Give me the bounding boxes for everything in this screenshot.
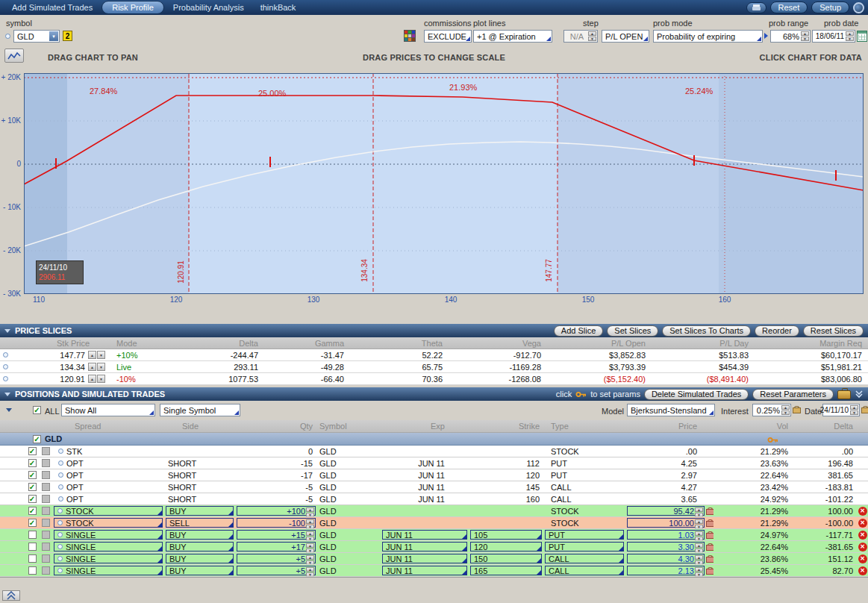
type-select[interactable]: CALL: [545, 566, 624, 575]
stepper-arrows-icon[interactable]: [695, 567, 703, 574]
stepper-arrows-icon[interactable]: [846, 31, 854, 41]
qty-stepper[interactable]: +15: [237, 530, 316, 540]
price-stepper[interactable]: 100.00: [627, 518, 705, 528]
tab-add-simulated-trades[interactable]: Add Simulated Trades: [4, 1, 100, 14]
side-select[interactable]: BUY: [166, 506, 234, 516]
slice-mode[interactable]: Live: [107, 361, 141, 372]
price-lock-icon[interactable]: [706, 507, 713, 515]
price-lock-icon[interactable]: [706, 543, 713, 551]
stepper-arrows-icon[interactable]: [695, 519, 703, 526]
side-select[interactable]: SELL: [166, 518, 234, 528]
tab-probability-analysis[interactable]: Probability Analysis: [166, 1, 252, 14]
stepper-arrows-icon[interactable]: [695, 555, 703, 562]
model-date-stepper[interactable]: 24/11/10: [822, 404, 860, 416]
row-checkbox[interactable]: [28, 566, 37, 575]
symbol-filter-select[interactable]: Single Symbol: [160, 404, 240, 416]
date-lock-icon[interactable]: [861, 406, 868, 413]
remove-trade-icon[interactable]: [858, 554, 867, 563]
row-checkbox[interactable]: [28, 531, 37, 539]
qty-stepper[interactable]: +17: [237, 542, 316, 552]
symbol-group-row[interactable]: GLD: [0, 433, 868, 446]
briefcase-icon[interactable]: [837, 390, 851, 399]
chart-style-button[interactable]: [4, 49, 24, 63]
qty-stepper[interactable]: -100: [237, 518, 316, 528]
symbol-input[interactable]: GLD: [13, 30, 60, 43]
stepper-arrows-icon[interactable]: [695, 543, 703, 550]
risk-profile-graph[interactable]: [24, 73, 864, 294]
stepper-arrows-icon[interactable]: [781, 405, 790, 415]
exp-select[interactable]: JUN 11: [382, 554, 467, 563]
set-slices-to-charts-button[interactable]: Set Slices To Charts: [662, 325, 751, 337]
group-set-params-icon[interactable]: [767, 436, 778, 445]
price-stepper[interactable]: 1.03: [627, 530, 705, 540]
model-select[interactable]: Bjerksund-Stensland: [627, 404, 715, 416]
reset-button[interactable]: Reset: [770, 1, 808, 13]
row-flag-box[interactable]: [42, 447, 50, 455]
row-checkbox[interactable]: [28, 495, 37, 503]
qty-stepper[interactable]: +5: [237, 566, 316, 575]
stepper-arrows-icon[interactable]: [306, 555, 314, 562]
collapse-all-icon[interactable]: [855, 390, 864, 399]
row-checkbox[interactable]: [28, 507, 37, 515]
row-flag-box[interactable]: [42, 459, 50, 467]
interest-lock-icon[interactable]: [793, 406, 799, 413]
stepper-arrows-icon[interactable]: [850, 405, 858, 415]
prob-date-stepper[interactable]: 18/06/11: [812, 30, 855, 43]
remove-trade-icon[interactable]: [858, 566, 867, 575]
row-checkbox[interactable]: [28, 459, 37, 467]
add-slice-button[interactable]: Add Slice: [554, 325, 603, 337]
type-select[interactable]: PUT: [545, 542, 624, 552]
strike-select[interactable]: 165: [470, 566, 542, 575]
row-flag-box[interactable]: [42, 531, 50, 539]
row-flag-box[interactable]: [42, 483, 50, 491]
collapse-triangle-icon[interactable]: [4, 329, 10, 333]
side-select[interactable]: BUY: [166, 566, 234, 575]
stepper-arrows-icon[interactable]: [306, 543, 314, 550]
reset-parameters-button[interactable]: Reset Parameters: [752, 389, 834, 400]
strike-select[interactable]: 120: [470, 542, 542, 552]
price-lock-icon[interactable]: [706, 531, 713, 539]
group-checkbox[interactable]: [33, 435, 41, 443]
stepper-arrows-icon[interactable]: [588, 31, 596, 41]
row-checkbox[interactable]: [28, 447, 37, 455]
row-checkbox[interactable]: [28, 519, 37, 527]
price-stepper[interactable]: 4.30: [627, 554, 705, 563]
slice-price-stepper[interactable]: [88, 363, 105, 371]
slice-mode[interactable]: -10%: [107, 373, 141, 384]
interest-stepper[interactable]: 0.25%: [752, 404, 791, 416]
remove-trade-icon[interactable]: [858, 543, 867, 552]
expand-panel-button[interactable]: [2, 590, 20, 601]
price-stepper[interactable]: 95.42: [627, 506, 705, 516]
step-mode-select[interactable]: P/L OPEN: [602, 30, 649, 43]
price-lock-icon[interactable]: [706, 519, 713, 527]
spread-select[interactable]: SINGLE: [54, 530, 163, 540]
risk-profile-chart[interactable]: + 20K + 10K 0 - 10K - 20K - 30K 110 120 …: [0, 66, 868, 324]
symbol-dropdown-button[interactable]: [49, 31, 58, 41]
strike-select[interactable]: 150: [470, 554, 542, 563]
exp-select[interactable]: JUN 11: [382, 530, 467, 540]
slice-radio-icon[interactable]: [3, 352, 8, 357]
expand-arrow-icon[interactable]: [764, 33, 768, 39]
slice-price-field[interactable]: 147.77: [10, 349, 107, 360]
prob-range-stepper[interactable]: 68%: [770, 30, 811, 43]
row-flag-box[interactable]: [42, 554, 50, 563]
reorder-button[interactable]: Reorder: [755, 325, 799, 337]
slice-price-field[interactable]: 120.91: [10, 373, 107, 384]
row-flag-box[interactable]: [42, 471, 50, 479]
spread-select[interactable]: SINGLE: [54, 542, 163, 552]
show-filter-select[interactable]: Show All: [61, 404, 155, 416]
remove-trade-icon[interactable]: [858, 519, 867, 528]
print-button[interactable]: [746, 2, 766, 13]
spread-select[interactable]: SINGLE: [54, 554, 163, 563]
price-lock-icon[interactable]: [706, 567, 713, 575]
collapse-triangle-icon[interactable]: [4, 393, 10, 396]
globe-icon[interactable]: [853, 2, 864, 13]
slice-radio-icon[interactable]: [3, 364, 8, 369]
stepper-arrows-icon[interactable]: [306, 519, 314, 526]
qty-stepper[interactable]: +5: [237, 554, 316, 563]
qty-stepper[interactable]: +100: [237, 506, 316, 516]
row-flag-box[interactable]: [42, 566, 50, 575]
spread-select[interactable]: STOCK: [54, 506, 163, 516]
step-stepper[interactable]: N/A: [563, 30, 598, 43]
exp-select[interactable]: JUN 11: [382, 542, 467, 552]
